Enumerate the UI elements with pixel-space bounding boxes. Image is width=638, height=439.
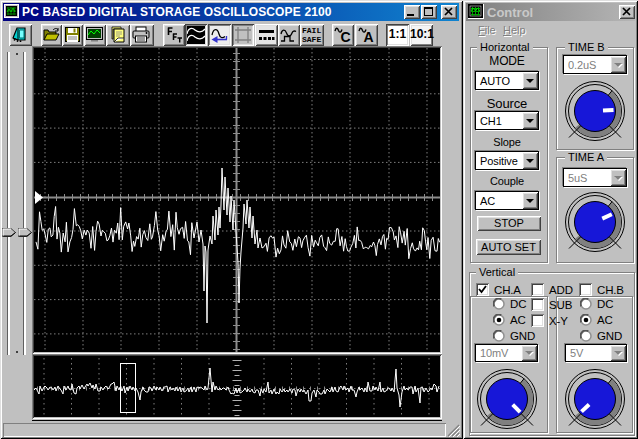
svg-text:C: C [341,29,351,45]
svg-text:A: A [364,29,374,45]
